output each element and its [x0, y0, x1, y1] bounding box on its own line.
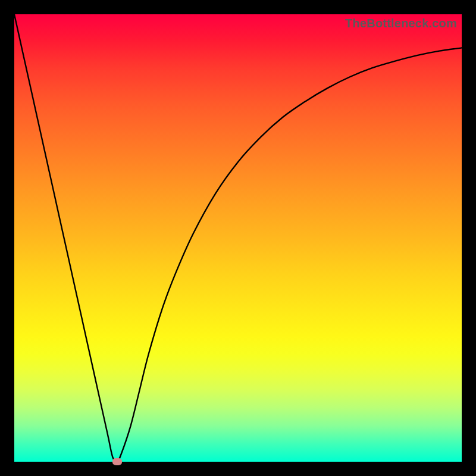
chart-frame: TheBottleneck.com [0, 0, 476, 476]
curve-layer [14, 14, 462, 462]
plot-area: TheBottleneck.com [14, 14, 462, 462]
optimal-point-marker [112, 458, 122, 465]
bottleneck-curve [14, 14, 462, 462]
